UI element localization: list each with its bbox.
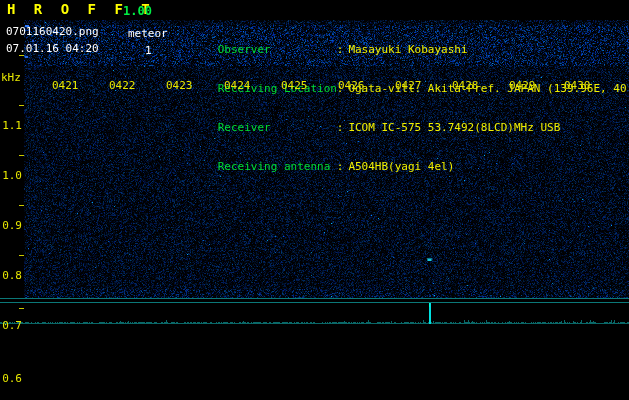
- x-tick-label: 0423: [166, 79, 193, 92]
- info-value: ICOM IC-575 53.7492(8LCD)MHz USB: [348, 121, 560, 134]
- x-tick-label: 0425: [281, 79, 308, 92]
- x-tick-label: 0430: [564, 79, 591, 92]
- x-tick-label: 0421: [52, 79, 79, 92]
- observation-datetime: 07.01.16 04:20: [6, 42, 99, 55]
- x-tick-label: 0428: [452, 79, 479, 92]
- observation-info: Observer:Masayuki Kobayashi Receiving Lo…: [178, 4, 629, 186]
- info-row-receiver: Receiver:ICOM IC-575 53.7492(8LCD)MHz US…: [178, 108, 629, 121]
- info-value: Masayuki Kobayashi: [348, 43, 467, 56]
- output-filename: 0701160420.png: [6, 25, 99, 38]
- app-version: 1.00: [123, 5, 152, 18]
- info-colon: :: [337, 121, 344, 134]
- meteor-count: 1: [145, 44, 152, 57]
- y-tick-label: 0.6: [0, 372, 22, 385]
- hrofft-output-window: H R O F F T 1.00 0701160420.png meteor 0…: [0, 0, 629, 400]
- info-colon: :: [337, 43, 344, 56]
- observation-mode: meteor: [128, 27, 168, 40]
- x-tick-label: 0422: [109, 79, 136, 92]
- info-label: Observer: [218, 43, 337, 56]
- info-row-antenna: Receiving antenna:A504HB(yagi 4el): [178, 147, 629, 160]
- x-tick-label: 0424: [224, 79, 251, 92]
- y-tick-label: 0.7: [0, 319, 22, 332]
- info-label: Receiving antenna: [218, 160, 337, 173]
- info-row-observer: Observer:Masayuki Kobayashi: [178, 30, 629, 43]
- x-tick-label: 0429: [509, 79, 536, 92]
- info-label: Receiver: [218, 121, 337, 134]
- time-axis: 0421 0422 0423 0424 0425 0426 0427 0428 …: [0, 79, 629, 92]
- info-colon: :: [337, 160, 344, 173]
- info-value: A504HB(yagi 4el): [348, 160, 454, 173]
- y-tick-label: 0.8: [0, 269, 22, 282]
- x-tick-label: 0427: [395, 79, 422, 92]
- x-tick-label: 0426: [338, 79, 365, 92]
